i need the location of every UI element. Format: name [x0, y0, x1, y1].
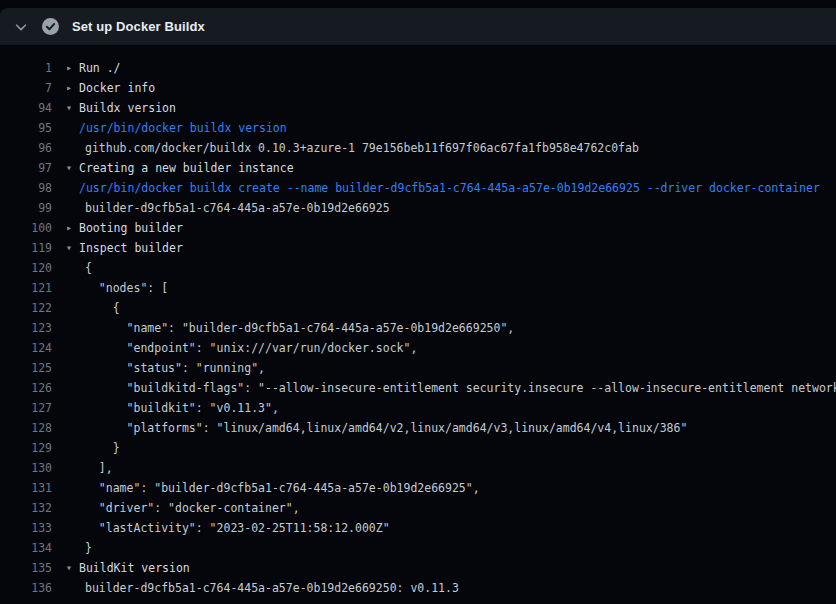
line-number[interactable]: 125	[0, 358, 52, 378]
line-number[interactable]: 135	[0, 558, 52, 578]
output-text: "platforms": "linux/amd64,linux/amd64/v2…	[79, 418, 687, 438]
line-number[interactable]: 132	[0, 498, 52, 518]
log-line: 131 "name": "builder-d9cfb5a1-c764-445a-…	[0, 478, 836, 498]
log-line: 128 "platforms": "linux/amd64,linux/amd6…	[0, 418, 836, 438]
log-line: 126 "buildkitd-flags": "--allow-insecure…	[0, 378, 836, 398]
line-number[interactable]: 130	[0, 458, 52, 478]
command-text: /usr/bin/docker buildx version	[79, 118, 287, 138]
log-line: 134}	[0, 538, 836, 558]
log-line: 132 "driver": "docker-container",	[0, 498, 836, 518]
group-label: BuildKit version	[79, 558, 190, 578]
log-line: 99builder-d9cfb5a1-c764-445a-a57e-0b19d2…	[0, 198, 836, 218]
line-number[interactable]: 96	[0, 138, 52, 158]
line-number[interactable]: 98	[0, 178, 52, 198]
line-number[interactable]: 100	[0, 218, 52, 238]
log-line: 95/usr/bin/docker buildx version	[0, 118, 836, 138]
log-group-line[interactable]: 1▸Run ./	[0, 58, 836, 78]
output-text: "status": "running",	[79, 358, 265, 378]
line-number[interactable]: 94	[0, 98, 52, 118]
output-text: ],	[79, 458, 113, 478]
log-area: 1▸Run ./7▸Docker info94▾Buildx version95…	[0, 45, 836, 598]
log-line: 123 "name": "builder-d9cfb5a1-c764-445a-…	[0, 318, 836, 338]
line-number[interactable]: 123	[0, 318, 52, 338]
log-line: 136builder-d9cfb5a1-c764-445a-a57e-0b19d…	[0, 578, 836, 598]
triangle-expanded-icon[interactable]: ▾	[66, 98, 79, 118]
log-group-line[interactable]: 135▾BuildKit version	[0, 558, 836, 578]
step-title: Set up Docker Buildx	[72, 19, 205, 34]
group-label: Booting builder	[79, 218, 183, 238]
log-group-line[interactable]: 7▸Docker info	[0, 78, 836, 98]
triangle-expanded-icon[interactable]: ▾	[66, 158, 79, 178]
output-text: }	[79, 538, 92, 558]
line-number[interactable]: 127	[0, 398, 52, 418]
line-number[interactable]: 7	[0, 78, 52, 98]
line-number[interactable]: 124	[0, 338, 52, 358]
output-text: "endpoint": "unix:///var/run/docker.sock…	[79, 338, 417, 358]
output-text: builder-d9cfb5a1-c764-445a-a57e-0b19d2e6…	[79, 578, 459, 598]
line-number[interactable]: 136	[0, 578, 52, 598]
line-number[interactable]: 128	[0, 418, 52, 438]
line-number[interactable]: 95	[0, 118, 52, 138]
output-text: "name": "builder-d9cfb5a1-c764-445a-a57e…	[79, 318, 514, 338]
command-text: /usr/bin/docker buildx create --name bui…	[79, 178, 820, 198]
log-line: 120{	[0, 258, 836, 278]
output-text: "lastActivity": "2023-02-25T11:58:12.000…	[79, 518, 390, 538]
line-number[interactable]: 121	[0, 278, 52, 298]
line-number[interactable]: 126	[0, 378, 52, 398]
check-circle-icon	[42, 18, 59, 35]
line-number[interactable]: 120	[0, 258, 52, 278]
group-label: Buildx version	[79, 98, 176, 118]
output-text: "nodes": [	[79, 278, 168, 298]
triangle-collapsed-icon[interactable]: ▸	[66, 78, 79, 98]
output-text: "buildkitd-flags": "--allow-insecure-ent…	[79, 378, 836, 398]
step-container: Set up Docker Buildx 1▸Run ./7▸Docker in…	[0, 8, 836, 598]
output-text: "driver": "docker-container",	[79, 498, 300, 518]
output-text: {	[79, 258, 92, 278]
output-text: "buildkit": "v0.11.3",	[79, 398, 279, 418]
line-number[interactable]: 134	[0, 538, 52, 558]
triangle-expanded-icon[interactable]: ▾	[66, 558, 79, 578]
log-line: 133 "lastActivity": "2023-02-25T11:58:12…	[0, 518, 836, 538]
line-number[interactable]: 99	[0, 198, 52, 218]
line-number[interactable]: 122	[0, 298, 52, 318]
group-label: Run ./	[79, 58, 121, 78]
group-label: Creating a new builder instance	[79, 158, 294, 178]
line-number[interactable]: 129	[0, 438, 52, 458]
line-number[interactable]: 1	[0, 58, 52, 78]
log-line: 121 "nodes": [	[0, 278, 836, 298]
log-line: 129 }	[0, 438, 836, 458]
group-label: Docker info	[79, 78, 155, 98]
chevron-down-icon[interactable]	[14, 20, 28, 34]
log-group-line[interactable]: 100▸Booting builder	[0, 218, 836, 238]
log-line: 124 "endpoint": "unix:///var/run/docker.…	[0, 338, 836, 358]
output-text: {	[79, 298, 120, 318]
output-text: builder-d9cfb5a1-c764-445a-a57e-0b19d2e6…	[79, 198, 390, 218]
log-line: 96github.com/docker/buildx 0.10.3+azure-…	[0, 138, 836, 158]
line-number[interactable]: 119	[0, 238, 52, 258]
output-text: "name": "builder-d9cfb5a1-c764-445a-a57e…	[79, 478, 480, 498]
log-line: 125 "status": "running",	[0, 358, 836, 378]
log-group-line[interactable]: 119▾Inspect builder	[0, 238, 836, 258]
group-label: Inspect builder	[79, 238, 183, 258]
line-number[interactable]: 97	[0, 158, 52, 178]
step-header[interactable]: Set up Docker Buildx	[0, 8, 836, 45]
log-line: 127 "buildkit": "v0.11.3",	[0, 398, 836, 418]
log-group-line[interactable]: 97▾Creating a new builder instance	[0, 158, 836, 178]
output-text: github.com/docker/buildx 0.10.3+azure-1 …	[79, 138, 639, 158]
log-group-line[interactable]: 94▾Buildx version	[0, 98, 836, 118]
triangle-expanded-icon[interactable]: ▾	[66, 238, 79, 258]
log-line: 98/usr/bin/docker buildx create --name b…	[0, 178, 836, 198]
triangle-collapsed-icon[interactable]: ▸	[66, 58, 79, 78]
triangle-collapsed-icon[interactable]: ▸	[66, 218, 79, 238]
log-line: 130 ],	[0, 458, 836, 478]
line-number[interactable]: 133	[0, 518, 52, 538]
log-line: 122 {	[0, 298, 836, 318]
line-number[interactable]: 131	[0, 478, 52, 498]
output-text: }	[79, 438, 120, 458]
